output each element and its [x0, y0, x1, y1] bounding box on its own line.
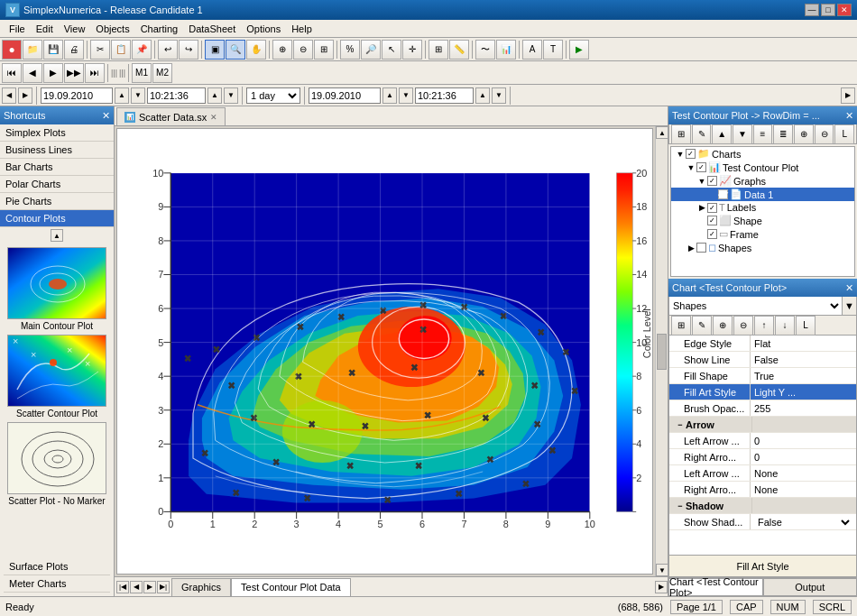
crosshair-btn[interactable]: ✛: [402, 40, 422, 60]
sidebar-item-polar[interactable]: Polar Charts: [0, 176, 114, 193]
dropdown-arrow[interactable]: ▼: [842, 297, 856, 315]
tree-item-test-contour[interactable]: ▼ 📊 Test Contour Plot: [671, 161, 854, 174]
print-button[interactable]: 🖨: [64, 40, 84, 60]
prop-section-arrow[interactable]: − Arrow: [669, 417, 856, 433]
scroll-down-btn[interactable]: ▼: [656, 564, 668, 576]
ruler-btn[interactable]: 📏: [449, 40, 469, 60]
sidebar-item-business[interactable]: Business Lines: [0, 142, 114, 159]
tab-graphics[interactable]: 📊 Scatter Data.sx ✕: [116, 107, 226, 125]
menu-datasheet[interactable]: DataSheet: [183, 22, 241, 36]
sidebar-item-bar[interactable]: Bar Charts: [0, 159, 114, 176]
time-stepper-down-2[interactable]: ▼: [492, 87, 506, 104]
minimize-button[interactable]: —: [805, 4, 819, 16]
prop-toolbar-btn3[interactable]: ⊕: [713, 316, 733, 336]
zoom-button[interactable]: 🔍: [226, 40, 245, 60]
tree-item-data1[interactable]: ✓ 📄 Data 1: [671, 188, 854, 201]
tree-expand-graphs[interactable]: ▼: [696, 177, 707, 186]
tree-item-shape[interactable]: ⬜ Shape: [671, 214, 854, 227]
zoom-out[interactable]: ⊖: [293, 40, 313, 60]
wave-btn[interactable]: 〜: [475, 40, 495, 60]
tree-item-shapes[interactable]: ▶ ◻ Shapes: [671, 241, 854, 254]
menu-view[interactable]: View: [59, 22, 91, 36]
fwd-btn[interactable]: ▶▶: [64, 63, 84, 83]
bottom-last-btn[interactable]: ▶|: [157, 581, 170, 593]
tree-panel-close[interactable]: ✕: [845, 110, 853, 122]
time-input-2[interactable]: [415, 87, 474, 104]
tree-item-frame[interactable]: ▭ Frame: [671, 227, 854, 241]
thumb-main-contour[interactable]: Main Contour Plot: [4, 247, 110, 331]
tree-toolbar-btn2[interactable]: ✎: [692, 124, 712, 144]
chart-plot-area[interactable]: × × × × × × × × × × × ×: [116, 128, 653, 575]
prev-btn[interactable]: ◀: [23, 63, 42, 83]
percent-btn[interactable]: %: [340, 40, 360, 60]
prop-row-edge-style[interactable]: Edge Style Flat: [669, 336, 856, 352]
tree-item-labels[interactable]: ▶ T Labels: [671, 201, 854, 214]
tree-expand-charts[interactable]: ▼: [675, 150, 686, 159]
pan-button[interactable]: ✋: [246, 40, 266, 60]
time-stepper-up[interactable]: ▲: [207, 87, 222, 104]
chart-scrollbar-vertical[interactable]: ▲ ▼: [655, 126, 668, 576]
props-close-btn[interactable]: ✕: [845, 282, 853, 294]
tree-item-charts[interactable]: ▼ 📁 Charts: [671, 147, 854, 161]
output-tab-chart[interactable]: Chart <Test Contour Plot>: [668, 578, 763, 596]
sidebar-item-contour[interactable]: Contour Plots: [0, 210, 114, 227]
checkbox-charts[interactable]: [686, 149, 696, 159]
time-input-1[interactable]: [147, 87, 206, 104]
checkbox-test-contour[interactable]: [696, 162, 706, 172]
redo-button[interactable]: ↪: [179, 40, 198, 60]
cut-button[interactable]: ✂: [90, 40, 110, 60]
prop-row-show-line[interactable]: Show Line False: [669, 352, 856, 368]
scroll-up-btn[interactable]: ▲: [656, 126, 668, 139]
prop-toolbar-btn2[interactable]: ✎: [692, 316, 712, 336]
tree-item-graphs[interactable]: ▼ 📈 Graphs: [671, 174, 854, 188]
date-stepper-down[interactable]: ▼: [131, 87, 145, 104]
menu-edit[interactable]: Edit: [31, 22, 59, 36]
tree-toolbar-btn5[interactable]: ≡: [753, 124, 773, 144]
time-stepper-up-2[interactable]: ▲: [475, 87, 490, 104]
magnify-btn[interactable]: 🔎: [361, 40, 381, 60]
run-btn[interactable]: ▶: [569, 40, 589, 60]
prop-row-brush-opac[interactable]: Brush Opac... 255: [669, 400, 856, 417]
sidebar-close[interactable]: ✕: [102, 110, 110, 122]
prop-row-right-arrow-style[interactable]: Right Arro... None: [669, 482, 856, 498]
prop-row-left-arrow-size[interactable]: Left Arrow ... 0: [669, 433, 856, 449]
bottom-tab-data[interactable]: Test Contour Plot Data: [231, 578, 351, 596]
prop-row-show-shadow[interactable]: Show Shad... False True: [669, 514, 856, 530]
end-btn[interactable]: ⏭: [85, 63, 105, 83]
shadow-dropdown[interactable]: False True: [754, 516, 852, 529]
maximize-button[interactable]: □: [821, 4, 835, 16]
paste-button[interactable]: 📌: [132, 40, 152, 60]
save-button[interactable]: 💾: [43, 40, 63, 60]
zoom-in[interactable]: ⊕: [272, 40, 292, 60]
prop-row-right-arrow-size[interactable]: Right Arro... 0: [669, 449, 856, 465]
grid-btn[interactable]: ⊞: [428, 40, 448, 60]
play-btn[interactable]: ▶: [43, 63, 63, 83]
menu-objects[interactable]: Objects: [90, 22, 134, 36]
cursor-btn[interactable]: ↖: [382, 40, 401, 60]
shapes-dropdown[interactable]: Shapes Labels Graphs: [669, 297, 842, 315]
tree-toolbar-btn6[interactable]: ≣: [773, 124, 793, 144]
tree-toolbar-btn7[interactable]: ⊕: [794, 124, 814, 144]
sidebar-item-simplex[interactable]: Simplex Plots: [0, 124, 114, 142]
text-btn[interactable]: A: [522, 40, 542, 60]
menu-options[interactable]: Options: [241, 22, 286, 36]
tree-expand-shapes[interactable]: ▶: [686, 244, 696, 253]
tree-toolbar-btn1[interactable]: ⊞: [671, 124, 691, 144]
date-input-1[interactable]: [41, 87, 113, 104]
tree-expand-test[interactable]: ▼: [686, 163, 696, 172]
back-btn[interactable]: ⏮: [2, 63, 22, 83]
tree-toolbar-btn8[interactable]: ⊖: [815, 124, 834, 144]
prop-toolbar-btn7[interactable]: L: [796, 316, 816, 336]
open-button[interactable]: 📁: [23, 40, 42, 60]
interval-select[interactable]: 1 day 1 hour 1 week: [246, 87, 300, 104]
fit-btn[interactable]: ⊞: [314, 40, 334, 60]
chart-btn[interactable]: 📊: [496, 40, 516, 60]
prop-toolbar-btn4[interactable]: ⊖: [733, 316, 753, 336]
sidebar-item-meter[interactable]: Meter Charts: [4, 575, 110, 593]
copy-button[interactable]: 📋: [111, 40, 131, 60]
select-button[interactable]: ▣: [205, 40, 225, 60]
bottom-tab-graphics[interactable]: Graphics: [171, 578, 231, 596]
prop-section-shadow[interactable]: − Shadow: [669, 498, 856, 514]
checkbox-data1[interactable]: ✓: [718, 189, 728, 199]
checkbox-labels[interactable]: [707, 203, 717, 213]
